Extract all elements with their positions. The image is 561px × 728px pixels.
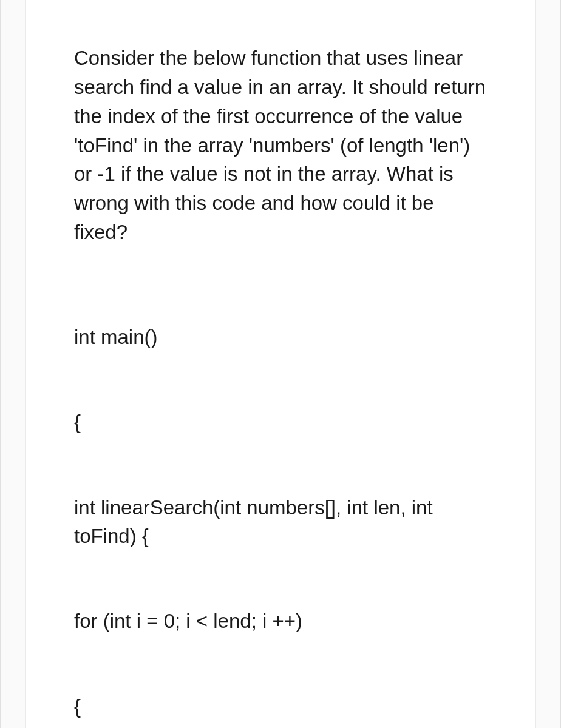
code-line: int main() — [74, 323, 487, 352]
code-line: int linearSearch(int numbers[], int len,… — [74, 494, 487, 551]
page-container: Consider the below function that uses li… — [0, 0, 561, 728]
code-line: for (int i = 0; i < lend; i ++) — [74, 607, 487, 636]
code-line: { — [74, 693, 487, 721]
code-snippet: int main() { int linearSearch(int number… — [74, 266, 487, 728]
code-line: { — [74, 408, 487, 437]
question-card: Consider the below function that uses li… — [25, 0, 536, 728]
question-prompt: Consider the below function that uses li… — [74, 44, 487, 247]
